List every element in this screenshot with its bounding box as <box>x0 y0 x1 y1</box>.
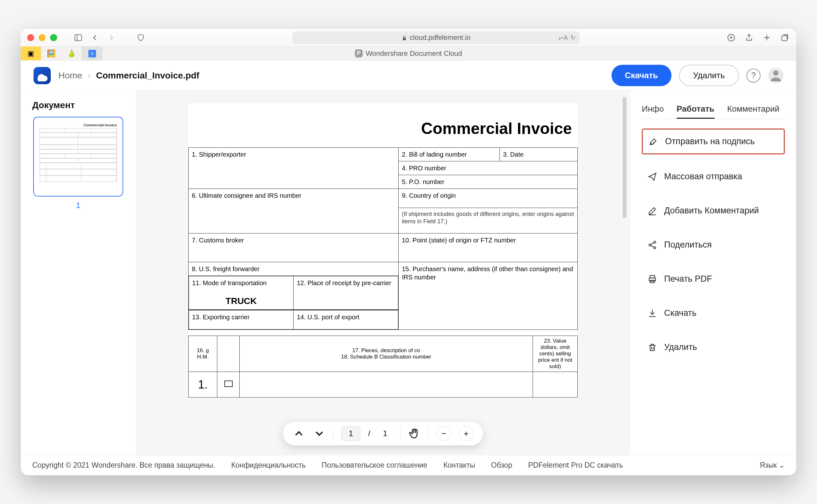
help-icon[interactable]: ? <box>746 69 761 83</box>
field-customs-broker: 7. Customs broker <box>189 233 398 262</box>
downloads-icon[interactable] <box>726 33 736 42</box>
field-po-number: 5. P.O. number <box>398 175 578 189</box>
invoice-form: 1. Shipper/exporter 2. Bill of lading nu… <box>188 147 578 330</box>
action-bulk-send[interactable]: Массовая отправка <box>642 165 785 189</box>
right-panel: Инфо Работать Комментарий Отправить на п… <box>630 91 796 455</box>
row-1-number: 1. <box>189 372 217 397</box>
breadcrumb-filename: Commercial_Invoice.pdf <box>96 70 199 81</box>
shield-icon[interactable] <box>136 33 146 42</box>
field-exporting-carrier: 13. Exporting carrier <box>189 310 293 330</box>
field-mode-value: TRUCK <box>192 287 290 307</box>
action-download[interactable]: Скачать <box>642 301 785 325</box>
reload-icon[interactable]: ↻ <box>570 34 576 41</box>
thumbnail-preview: Commercial Invoice <box>37 121 119 193</box>
page-separator: / <box>368 429 370 438</box>
action-bulk-send-label: Массовая отправка <box>664 172 742 182</box>
printer-icon <box>648 274 657 284</box>
footer-agreement[interactable]: Пользовательское соглашение <box>322 461 427 470</box>
tab-title: Wondershare Document Cloud <box>366 49 462 58</box>
scrollbar[interactable] <box>623 97 627 218</box>
zoom-in-icon[interactable]: + <box>459 426 474 441</box>
action-add-comment[interactable]: Добавить Комментарий <box>642 199 785 223</box>
download-button[interactable]: Скачать <box>612 65 672 86</box>
footer-review[interactable]: Обзор <box>491 461 512 470</box>
share-icon[interactable] <box>744 33 754 42</box>
footer-privacy[interactable]: Конфиденциальность <box>231 461 306 470</box>
minimize-window-icon[interactable] <box>39 34 46 41</box>
main-area: Документ Commercial Invoice 1 <box>21 91 796 455</box>
action-share[interactable]: Поделиться <box>642 233 785 257</box>
action-share-label: Поделиться <box>664 240 712 250</box>
tab-comment[interactable]: Комментарий <box>727 100 780 119</box>
field-place-receipt: 12. Place of receipt by pre-carrier <box>293 276 398 310</box>
hand-tool-icon[interactable] <box>408 427 421 440</box>
new-tab-icon[interactable] <box>762 33 772 42</box>
panel-title: Документ <box>32 100 75 110</box>
svg-point-6 <box>773 70 778 76</box>
forward-icon[interactable] <box>106 33 116 42</box>
action-print[interactable]: Печать PDF <box>642 267 785 291</box>
maximize-window-icon[interactable] <box>50 34 57 41</box>
field-pro-number: 4. PRO number <box>398 161 578 175</box>
field-date: 3. Date <box>500 148 578 161</box>
language-selector[interactable]: Язык ⌄ <box>760 461 785 470</box>
field-consignee: 6. Ultimate consignee and IRS number <box>189 189 398 233</box>
field-mode-transport: 11. Mode of transportation <box>192 279 290 287</box>
translate-icon[interactable]: ⥅A <box>558 34 568 41</box>
action-send-signature[interactable]: Отправить на подпись <box>642 129 785 154</box>
app-logo-icon[interactable] <box>33 67 51 84</box>
action-download-label: Скачать <box>664 308 696 318</box>
url-text: cloud.pdfelement.io <box>410 33 471 42</box>
page-thumbnail[interactable]: Commercial Invoice <box>33 117 123 196</box>
col-17-18: 17. Pieces, description of co 18. Schedu… <box>240 336 533 372</box>
col-16: 16. g H.M. <box>189 336 217 372</box>
field-port-export: 14. U.S. port of export <box>293 310 398 330</box>
back-icon[interactable] <box>90 33 100 42</box>
lock-icon <box>401 35 407 41</box>
action-add-comment-label: Добавить Комментарий <box>664 206 759 216</box>
field-mode-cell: 11. Mode of transportation TRUCK <box>189 276 293 310</box>
action-delete[interactable]: Удалить <box>642 335 785 359</box>
signature-icon <box>649 137 658 146</box>
prev-page-icon[interactable] <box>292 427 305 440</box>
tab-favicon: P <box>355 49 362 57</box>
breadcrumb-home[interactable]: Home <box>58 70 82 81</box>
pencil-icon <box>648 206 657 216</box>
zoom-out-icon[interactable]: − <box>437 426 451 441</box>
thumbnail-panel: Документ Commercial Invoice 1 <box>21 91 136 455</box>
close-window-icon[interactable] <box>27 34 34 41</box>
pinned-tab-3[interactable]: 🍐 <box>62 47 82 60</box>
tabs-overview-icon[interactable] <box>780 33 790 42</box>
thumbnail-page-number: 1 <box>76 201 80 210</box>
row-1-checkbox[interactable] <box>224 381 233 387</box>
svg-rect-12 <box>650 280 655 283</box>
browser-titlebar: cloud.pdfelement.io ⥅A ↻ <box>21 29 796 47</box>
delete-button[interactable]: Удалить <box>679 65 739 86</box>
field-freight-forwarder: 8. U.S. freight forwarder <box>189 262 398 276</box>
svg-rect-0 <box>75 34 82 41</box>
field-shipper: 1. Shipper/exporter <box>189 148 398 189</box>
current-page-input[interactable] <box>341 426 360 441</box>
action-delete-label: Удалить <box>664 342 697 352</box>
chevron-right-icon: › <box>88 71 90 80</box>
avatar[interactable] <box>768 68 784 83</box>
col-23: 23. Value dollars, omit cents) selling p… <box>533 336 578 372</box>
next-page-icon[interactable] <box>313 427 325 440</box>
pinned-tab-4[interactable]: ≡ <box>82 47 102 60</box>
send-icon <box>648 172 657 182</box>
sidebar-toggle-icon[interactable] <box>73 33 83 42</box>
pinned-tab-1[interactable]: ▣ <box>21 47 41 60</box>
footer-contacts[interactable]: Контакты <box>443 461 475 470</box>
browser-tabs-row: ▣ 🖼️ 🍐 ≡ P Wondershare Document Cloud <box>21 47 796 61</box>
svg-rect-5 <box>782 36 787 41</box>
field-point-origin: 10. Point (state) of origin or FTZ numbe… <box>398 233 578 262</box>
app-header: Home › Commercial_Invoice.pdf Скачать Уд… <box>21 61 796 91</box>
tab-info[interactable]: Инфо <box>642 100 664 119</box>
field-country-origin: 9. Country of origin <box>398 189 578 208</box>
tab-work[interactable]: Работать <box>677 100 715 119</box>
download-icon <box>648 308 657 318</box>
pinned-tab-2[interactable]: 🖼️ <box>41 47 62 60</box>
footer-download-pro[interactable]: PDFelement Pro DC скачать <box>528 461 623 470</box>
address-bar[interactable]: cloud.pdfelement.io ⥅A ↻ <box>292 31 580 44</box>
window-controls <box>27 34 57 41</box>
